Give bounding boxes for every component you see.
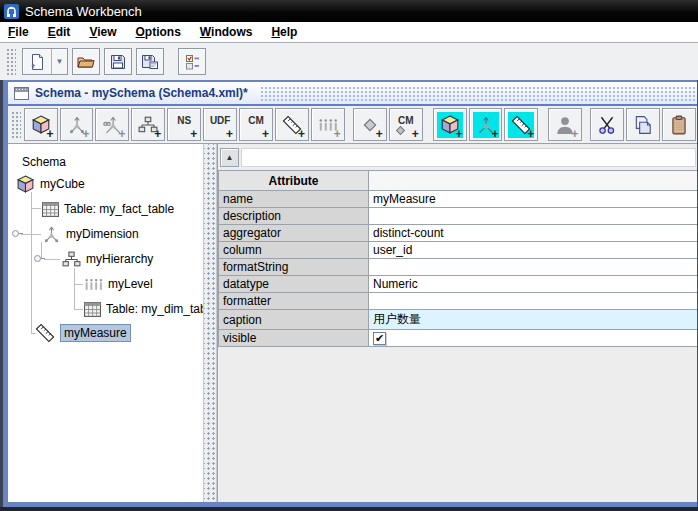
cube-icon	[16, 175, 35, 194]
menu-options[interactable]: Options	[136, 25, 181, 39]
add-hierarchy-button[interactable]: +	[131, 108, 165, 141]
menu-help[interactable]: Help	[271, 25, 297, 39]
attribute-table-header: Attribute	[219, 171, 698, 191]
tree-node-mycube[interactable]: myCube	[16, 172, 85, 196]
tree-node-mymeasure[interactable]: myMeasure	[34, 321, 131, 345]
table-row[interactable]: description	[219, 208, 698, 225]
add-virtual-dimension-button[interactable]: +	[469, 108, 503, 141]
tree-node-fact-table[interactable]: Table: my_fact_table	[42, 197, 174, 221]
table-row[interactable]: datatype Numeric	[219, 276, 698, 293]
add-calculated-member-2-button[interactable]: CM +	[389, 108, 423, 141]
tree-node-mylevel[interactable]: myLevel	[84, 272, 153, 296]
add-named-set-button[interactable]: NS+	[167, 108, 201, 141]
split-divider[interactable]	[203, 144, 217, 502]
copy-button[interactable]	[626, 108, 660, 141]
formatter-value[interactable]	[369, 293, 698, 310]
dropdown-arrow-icon[interactable]: ▼	[52, 49, 67, 74]
add-virtual-cube-button[interactable]: +	[433, 108, 467, 141]
measure-icon	[34, 322, 56, 344]
preferences-icon	[185, 54, 200, 70]
main-toolbar: ▼	[0, 43, 698, 80]
toolbar-drag-handle[interactable]	[6, 48, 16, 76]
add-virtual-measure-button[interactable]: +	[504, 108, 538, 141]
table-icon	[42, 202, 59, 217]
add-calculated-member-button[interactable]: CM+	[239, 108, 273, 141]
table-row[interactable]: formatter	[219, 293, 698, 310]
paste-button[interactable]	[662, 108, 696, 141]
frame-titlebar[interactable]: Schema - mySchema (Schema4.xml)*	[8, 82, 698, 106]
frame-toolbar-drag-handle[interactable]	[11, 111, 21, 139]
table-row[interactable]: name myMeasure	[219, 191, 698, 208]
new-schema-button[interactable]: ▼	[22, 48, 68, 75]
value-header-cell	[369, 171, 698, 191]
add-cube-button[interactable]: +	[24, 108, 58, 141]
tree-root-schema[interactable]: Schema	[22, 150, 66, 174]
add-level-button[interactable]: +	[311, 108, 345, 141]
visible-value[interactable]: ✔	[369, 330, 698, 347]
tree-expand-handle-mydimension[interactable]	[12, 229, 21, 238]
frame-titlebar-texture	[260, 86, 695, 101]
save-icon	[110, 54, 126, 70]
menu-view[interactable]: View	[89, 25, 116, 39]
tree-node-myhierarchy[interactable]: myHierarchy	[62, 247, 153, 271]
collapse-up-button[interactable]: ▲	[220, 148, 239, 167]
level-icon	[84, 277, 103, 292]
schema-workbench-window: Schema Workbench File Edit View Options …	[0, 0, 698, 511]
column-value[interactable]: user_id	[369, 242, 698, 259]
menu-file[interactable]: File	[8, 25, 29, 39]
caption-value[interactable]: 用户数量	[369, 310, 698, 330]
add-udf-icon: UDF	[210, 115, 231, 126]
add-role-button[interactable]: +	[548, 108, 582, 141]
save-as-button[interactable]	[136, 48, 164, 75]
frame-window-icon	[14, 87, 29, 100]
menubar: File Edit View Options Windows Help	[0, 22, 698, 43]
open-button[interactable]	[72, 48, 100, 75]
tree-expand-handle-myhierarchy[interactable]	[34, 254, 43, 263]
schema-tree: Schema myCube Table: my_fact_table myDim…	[8, 144, 203, 502]
attribute-panel-toolbar: ▲	[218, 144, 698, 170]
add-property-button[interactable]: +	[353, 108, 387, 141]
preferences-button[interactable]	[178, 48, 206, 75]
attribute-panel-filler	[218, 347, 698, 502]
visible-checkbox[interactable]: ✔	[373, 332, 386, 345]
copy-icon	[630, 112, 656, 138]
tree-selection: myMeasure	[60, 324, 131, 342]
table-row[interactable]: aggregator distinct-count	[219, 225, 698, 242]
add-udf-button[interactable]: UDF+	[203, 108, 237, 141]
cut-button[interactable]	[590, 108, 624, 141]
table-row[interactable]: visible ✔	[219, 330, 698, 347]
add-measure-button[interactable]: +	[275, 108, 309, 141]
schema-internal-frame: Schema - mySchema (Schema4.xml)* + + +	[3, 80, 698, 507]
table-row[interactable]: formatString	[219, 259, 698, 276]
attribute-table: Attribute name myMeasure description agg…	[218, 170, 698, 347]
workbench-app-icon	[4, 4, 19, 19]
save-as-icon	[141, 54, 159, 70]
save-button[interactable]	[104, 48, 132, 75]
window-title: Schema Workbench	[25, 4, 142, 19]
add-calculated-member-icon: CM	[248, 115, 264, 126]
menu-windows[interactable]: Windows	[200, 25, 253, 39]
window-titlebar: Schema Workbench	[0, 0, 698, 22]
paste-icon	[666, 112, 692, 138]
add-named-set-icon: NS	[177, 115, 191, 126]
window-bottom-edge	[0, 507, 698, 511]
attribute-panel: ▲ Attribute name myMeasure description	[217, 144, 698, 502]
hierarchy-icon	[62, 251, 81, 268]
table-row[interactable]: caption 用户数量	[219, 310, 698, 330]
frame-toolbar: + + + + NS+ UDF+	[8, 106, 698, 144]
datatype-value[interactable]: Numeric	[369, 276, 698, 293]
menu-edit[interactable]: Edit	[48, 25, 71, 39]
open-folder-icon	[77, 55, 95, 69]
cut-icon	[594, 112, 620, 138]
add-dimension-button[interactable]: +	[60, 108, 94, 141]
tree-node-mydimension[interactable]: myDimension	[42, 222, 139, 246]
formatString-value[interactable]	[369, 259, 698, 276]
add-dimension-usage-button[interactable]: +	[95, 108, 129, 141]
frame-content: Schema myCube Table: my_fact_table myDim…	[8, 144, 698, 502]
tree-node-dim-table[interactable]: Table: my_dim_tabl	[84, 297, 203, 321]
aggregator-value[interactable]: distinct-count	[369, 225, 698, 242]
frame-title: Schema - mySchema (Schema4.xml)*	[35, 86, 248, 100]
name-value[interactable]: myMeasure	[369, 191, 698, 208]
table-row[interactable]: column user_id	[219, 242, 698, 259]
description-value[interactable]	[369, 208, 698, 225]
